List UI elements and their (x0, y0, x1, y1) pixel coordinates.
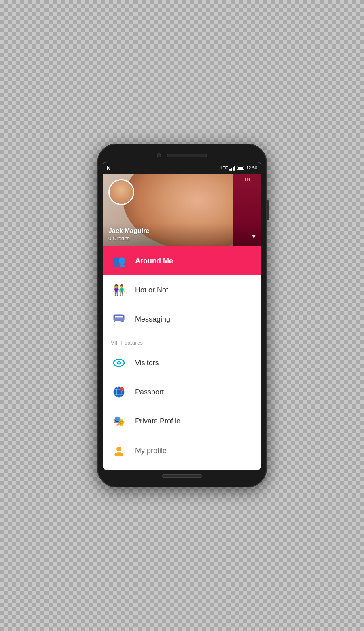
front-camera (157, 153, 161, 157)
menu-item-visitors[interactable]: Visitors (103, 348, 261, 377)
private-profile-label: Private Profile (135, 417, 180, 426)
hero-section: TH Jack Maguire 0 Credits ▾ (103, 174, 261, 246)
time-display: 12:50 (246, 165, 257, 170)
svg-rect-5 (115, 321, 121, 322)
phone-bottom-bar (103, 470, 261, 480)
user-name: Jack Maguire (108, 227, 256, 235)
earpiece-speaker (167, 154, 207, 157)
hot-or-not-icon: 👫 (111, 282, 127, 298)
messaging-label: Messaging (135, 315, 170, 324)
around-me-icon: 👥 (111, 253, 127, 269)
menu-item-around-me[interactable]: 👥 Around Me (103, 246, 261, 275)
bottom-speaker (162, 474, 202, 478)
around-me-label: Around Me (135, 257, 173, 265)
user-credits: 0 Credits (108, 235, 256, 241)
status-bar: N LTE 12:50 (103, 162, 261, 174)
vip-section-header: VIP Features (103, 334, 261, 348)
menu-item-hot-or-not[interactable]: 👫 Hot or Not (103, 275, 261, 305)
my-profile-icon (111, 443, 127, 459)
messaging-icon (111, 311, 127, 327)
power-button[interactable] (267, 200, 269, 220)
private-profile-icon: 🎭 (111, 413, 127, 429)
visitors-icon (111, 355, 127, 371)
phone-top-bar (103, 151, 261, 162)
status-left: N (107, 165, 110, 171)
phone-screen: N LTE 12:50 TH (103, 162, 261, 470)
menu-item-private-profile[interactable]: 🎭 Private Profile (103, 407, 261, 436)
phone-device: N LTE 12:50 TH (97, 144, 267, 487)
passport-label: Passport (135, 388, 164, 396)
battery-fill (238, 167, 243, 169)
credits-dropdown-arrow[interactable]: ▾ (252, 232, 256, 241)
menu-item-passport[interactable]: 📍 Passport (103, 377, 261, 407)
right-panel-text: TH (233, 174, 261, 185)
avatar-face (110, 180, 133, 204)
menu-item-messaging[interactable]: Messaging (103, 305, 261, 334)
hot-or-not-label: Hot or Not (135, 286, 168, 294)
svg-point-17 (114, 452, 123, 456)
my-profile-label: My profile (135, 447, 167, 455)
svg-rect-4 (115, 320, 123, 320)
user-avatar[interactable] (108, 179, 134, 205)
visitors-label: Visitors (135, 359, 159, 367)
battery-icon (237, 166, 244, 170)
menu-item-my-profile[interactable]: My profile (103, 436, 261, 465)
passport-icon: 📍 (111, 384, 127, 400)
hero-overlay: Jack Maguire 0 Credits (103, 223, 261, 246)
status-right: LTE 12:50 (220, 165, 257, 171)
menu-item-settings[interactable]: Settings (103, 465, 261, 470)
svg-text:📍: 📍 (121, 388, 124, 392)
svg-rect-1 (115, 316, 123, 318)
svg-point-8 (118, 362, 120, 364)
menu-container: 👥 Around Me 👫 Hot or Not (103, 246, 261, 470)
network-icon: N (107, 165, 110, 171)
svg-point-16 (116, 447, 121, 451)
lte-indicator: LTE (220, 166, 228, 170)
signal-strength (229, 165, 235, 171)
